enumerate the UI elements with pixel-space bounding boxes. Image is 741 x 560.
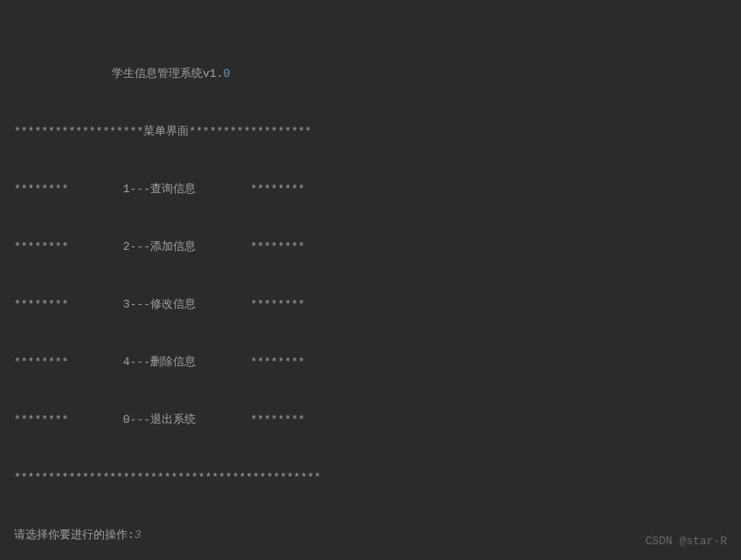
- menu-item: ******** 2---添加信息 ********: [14, 238, 727, 257]
- user-input-op: 3: [135, 529, 142, 542]
- menu-item: ******** 3---修改信息 ********: [14, 295, 727, 315]
- terminal-output: 学生信息管理系统v1.0 *******************菜单界面****…: [14, 7, 727, 560]
- menu-footer: ****************************************…: [14, 468, 727, 487]
- menu-item: ******** 1---查询信息 ********: [14, 180, 727, 199]
- menu-item: ******** 0---退出系统 ********: [14, 411, 727, 430]
- system-title: 学生信息管理系统v1.0: [14, 65, 727, 84]
- menu-header: *******************菜单界面*****************…: [14, 122, 727, 142]
- menu-item: ******** 4---删除信息 ********: [14, 353, 727, 372]
- watermark: CSDN @star-R: [645, 532, 727, 551]
- prompt-operation: 请选择你要进行的操作:3: [14, 526, 727, 545]
